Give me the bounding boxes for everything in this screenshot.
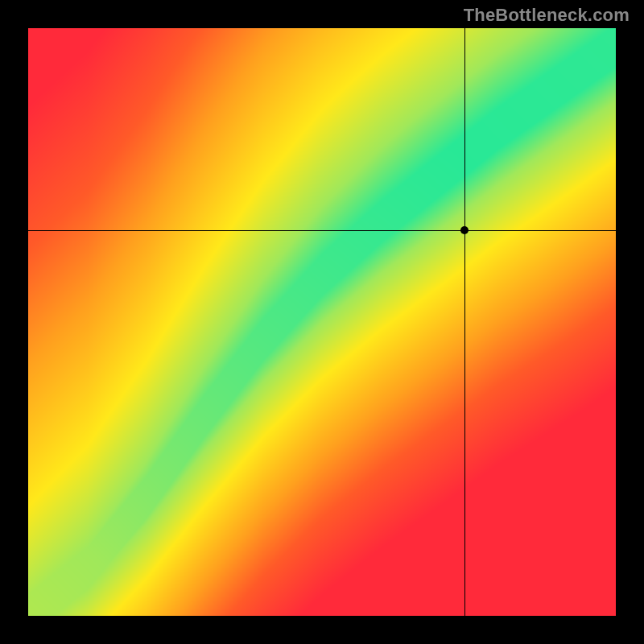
crosshair-vertical xyxy=(464,28,465,616)
crosshair-horizontal xyxy=(28,230,616,231)
crosshair-marker xyxy=(460,226,469,234)
watermark-label: TheBottleneck.com xyxy=(464,5,630,26)
bottleneck-heatmap xyxy=(28,28,616,616)
chart-container: TheBottleneck.com xyxy=(0,0,644,644)
